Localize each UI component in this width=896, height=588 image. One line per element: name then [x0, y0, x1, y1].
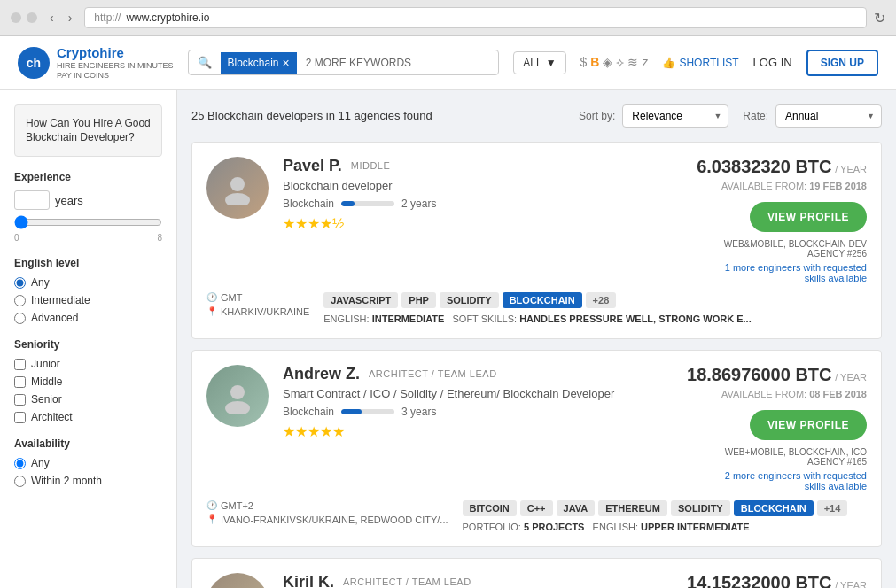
more-engineers-2[interactable]: 2 more engineers with requested skills a… — [707, 470, 867, 491]
crypto-icons: $ B ◈ ⟡ ≋ z — [580, 55, 649, 70]
stars-2: ★★★★★ — [283, 423, 614, 440]
seniority-senior-option[interactable]: Senior — [14, 393, 162, 406]
availability-any-label: Any — [31, 457, 50, 469]
candidate-name-2: Andrew Z. — [283, 365, 360, 383]
header: ch Cryptohire HIRE ENGINEERS IN MINUTES … — [0, 36, 896, 90]
svg-point-3 — [225, 401, 250, 414]
seniority-architect-checkbox[interactable] — [14, 412, 26, 423]
blockchain-info-2: Blockchain 3 years — [283, 406, 614, 418]
back-button[interactable]: ‹ — [44, 9, 59, 27]
xrp-icon: ≋ — [627, 55, 638, 70]
search-tag: Blockchain × — [221, 52, 297, 74]
english-advanced-radio[interactable] — [14, 313, 26, 324]
skill-solidity-2: SOLIDITY — [671, 500, 730, 516]
search-more-keywords[interactable]: 2 MORE KEYWORDS — [297, 53, 420, 73]
seniority-middle-option[interactable]: Middle — [14, 375, 162, 388]
card-right-2: 18.86976000 BTC / YEAR AVAILABLE FROM: 0… — [687, 365, 867, 491]
timezone-value-2: GMT+2 — [221, 500, 253, 511]
location-2: 📍 IVANO-FRANKIVSK/UKRAINE, REDWOOD CITY/… — [206, 514, 448, 525]
exp-years-2: 3 years — [401, 406, 436, 418]
skill-area-2: Blockchain — [283, 406, 334, 418]
seniority-section: Seniority Junior Middle Senior Architect — [14, 338, 162, 423]
experience-number-input[interactable] — [14, 190, 50, 210]
search-bar[interactable]: 🔍 Blockchain × 2 MORE KEYWORDS — [188, 50, 500, 75]
browser-nav[interactable]: ‹ › — [44, 9, 77, 27]
dollar-icon: $ — [580, 55, 588, 70]
sort-select-wrapper[interactable]: Relevance Rate Experience — [622, 104, 728, 128]
english-intermediate-option[interactable]: Intermediate — [14, 294, 162, 306]
seniority-senior-checkbox[interactable] — [14, 394, 26, 406]
skill-cpp-2: C++ — [520, 500, 553, 516]
profile-card-1: Pavel P. MIDDLE Blockchain developer Blo… — [191, 142, 882, 339]
skill-javascript-1: JAVASCRIPT — [323, 292, 398, 308]
blockchain-bar-2 — [341, 409, 394, 414]
stars-1: ★★★★½ — [283, 215, 436, 232]
view-profile-btn-1[interactable]: VIEW PROFILE — [750, 202, 867, 232]
filter-all-dropdown[interactable]: ALL ▼ — [513, 51, 565, 74]
avatar-placeholder-3 — [206, 573, 269, 588]
clock-icon-2: 🕐 — [206, 500, 217, 510]
seniority-senior-label: Senior — [31, 393, 62, 406]
card-info-2: Andrew Z. ARCHITECT / TEAM LEAD Smart Co… — [283, 365, 614, 491]
experience-section: Experience years 0 8 — [14, 171, 162, 243]
view-profile-btn-2[interactable]: VIEW PROFILE — [750, 410, 867, 440]
sort-select[interactable]: Relevance Rate Experience — [622, 104, 728, 128]
login-button[interactable]: LOG IN — [753, 56, 792, 69]
skill-count-1: +28 — [586, 292, 617, 308]
english-intermediate-radio[interactable] — [14, 295, 26, 306]
seniority-junior-label: Junior — [31, 358, 60, 370]
candidate-title-2: Smart Contract / ICO / Solidity / Ethere… — [283, 387, 614, 400]
availability-any-option[interactable]: Any — [14, 457, 162, 469]
name-row-1: Pavel P. MIDDLE — [283, 157, 436, 175]
more-engineers-1[interactable]: 1 more engineers with requested skills a… — [707, 262, 867, 283]
english-any-option[interactable]: Any — [14, 276, 162, 289]
sidebar: How Can You Hire A Good Blockchain Devel… — [0, 90, 177, 588]
profile-card-2: Andrew Z. ARCHITECT / TEAM LEAD Smart Co… — [191, 350, 882, 547]
signup-button[interactable]: SIGN UP — [806, 50, 878, 76]
logo-tagline: HIRE ENGINEERS IN MINUTES PAY IN COINS — [57, 61, 174, 81]
skill-bitcoin-2: BITCOIN — [463, 500, 517, 516]
forward-button[interactable]: › — [63, 9, 78, 27]
seniority-architect-option[interactable]: Architect — [14, 411, 162, 423]
available-1: AVAILABLE FROM: 19 FEB 2018 — [721, 181, 867, 191]
rate-select-wrapper[interactable]: Annual Monthly Hourly — [775, 104, 882, 128]
english-label: English level — [14, 257, 162, 269]
level-badge-2: ARCHITECT / TEAM LEAD — [369, 368, 497, 379]
available-2: AVAILABLE FROM: 08 FEB 2018 — [721, 389, 867, 399]
availability-2month-option[interactable]: Within 2 month — [14, 475, 162, 487]
english-any-radio[interactable] — [14, 277, 26, 289]
shortlist-button[interactable]: 👍 SHORTLIST — [662, 57, 738, 69]
clock-icon-1: 🕐 — [206, 292, 217, 302]
refresh-button[interactable]: ↻ — [874, 10, 885, 27]
results-header: 25 Blockchain developers in 11 agencies … — [191, 104, 882, 128]
main-layout: How Can You Hire A Good Blockchain Devel… — [0, 90, 896, 588]
agency-1: WEB&MOBILE, BLOCKCHAIN DEV AGENCY #256 — [707, 239, 867, 259]
availability-2month-radio[interactable] — [14, 476, 26, 487]
bitcoin-icon: B — [590, 55, 599, 70]
rate-value-1: 6.03832320 BTC — [697, 157, 831, 176]
availability-any-radio[interactable] — [14, 458, 26, 469]
blockchain-bar-1 — [341, 201, 394, 206]
range-labels: 0 8 — [14, 233, 162, 243]
neo-icon: z — [642, 55, 648, 70]
skill-count-2: +14 — [817, 500, 848, 516]
seniority-junior-checkbox[interactable] — [14, 359, 26, 370]
search-tag-label: Blockchain — [228, 57, 279, 69]
location-1: 📍 KHARKIV/UKRAINE — [206, 306, 309, 317]
soft-skills-1: HANDLES PRESSURE WELL, STRONG WORK E... — [519, 313, 752, 324]
skill-ethereum-2: ETHEREUM — [598, 500, 667, 516]
seniority-middle-checkbox[interactable] — [14, 376, 26, 388]
seniority-junior-option[interactable]: Junior — [14, 358, 162, 370]
rate-select[interactable]: Annual Monthly Hourly — [775, 104, 882, 128]
svg-point-0 — [230, 177, 245, 191]
search-icon: 🔍 — [189, 50, 221, 74]
available-date-1: 19 FEB 2018 — [809, 181, 867, 191]
sort-label: Sort by: — [579, 110, 615, 122]
skill-area-1: Blockchain — [283, 197, 334, 210]
avatar-svg-2 — [220, 378, 255, 414]
timezone-1: 🕐 GMT — [206, 292, 309, 303]
search-tag-remove[interactable]: × — [283, 56, 290, 70]
avatar-placeholder-2 — [206, 365, 269, 427]
experience-range-slider[interactable] — [14, 215, 162, 229]
english-advanced-option[interactable]: Advanced — [14, 312, 162, 324]
